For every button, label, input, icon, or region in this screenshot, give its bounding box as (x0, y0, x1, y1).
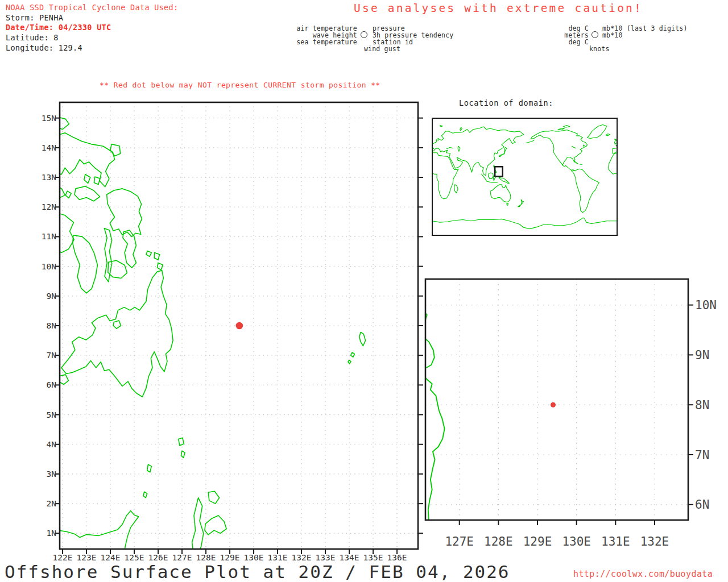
legend-station-id-label: station id (373, 39, 413, 45)
main-map-y-label: 7N (47, 351, 56, 360)
main-map-x-label: 132E (292, 553, 312, 562)
storm-position-warning: ** Red dot below may NOT represent CURRE… (100, 81, 380, 89)
main-map-coastlines (55, 117, 365, 554)
coastline-cuba (389, 161, 393, 164)
coastline-eurasia (243, 127, 339, 176)
coastline-svalbard (255, 126, 258, 127)
coastline-sibuyan (65, 191, 71, 198)
legend-wind-gust-label: wind gust (364, 45, 400, 52)
zoom-map-x-label: 131E (601, 535, 630, 548)
coastline-caspian (643, 146, 645, 151)
station-circle-icon (361, 31, 367, 38)
coastline-panay_clip (55, 213, 74, 253)
coastline-japan (499, 148, 507, 157)
coastline-northamerica (531, 130, 587, 165)
coastline-greenland (588, 124, 607, 138)
zoom-map-x-label: 127E (445, 535, 474, 548)
zoom-map-ticks (460, 305, 693, 525)
source-url-link[interactable]: http://coolwx.com/buoydata (573, 569, 713, 579)
coastline-palau_s1 (351, 352, 355, 357)
coastline-southamerica (572, 169, 599, 213)
zoom-map-y-label: 7N (695, 448, 709, 462)
coastline-tasmania (507, 203, 508, 206)
coastline-bicol (55, 133, 114, 187)
coastline-svalbard (440, 126, 443, 127)
main-map-y-label: 10N (42, 262, 56, 271)
zoom-map-tick-labels: 127E128E129E130E131E132E6N7N8N9N10N (445, 298, 717, 548)
coastline-madagascar (454, 185, 458, 193)
zoom-map-y-label: 6N (695, 498, 709, 512)
coastline-africa (609, 153, 643, 199)
coastline-aleutians (341, 140, 349, 143)
coastline-sangihe_s (143, 492, 147, 497)
coastline-eurasia (613, 127, 709, 176)
main-map-y-label: 1N (47, 529, 56, 538)
coastline-negros (73, 235, 98, 293)
main-map-x-label: 124E (101, 553, 121, 562)
units-pressure-tendency: mb*10 (602, 32, 623, 39)
coastline-newzealand (703, 199, 709, 207)
zoom-map-border (425, 279, 688, 520)
coastline-africa (424, 153, 458, 199)
world-map-title: Location of domain: (449, 98, 563, 107)
coastline-newzealand (333, 199, 339, 207)
coastline-northamerica (715, 130, 728, 165)
coastline-tasmania (322, 203, 324, 206)
main-map-x-label: 122E (53, 553, 73, 562)
coastline-philippines (679, 165, 681, 173)
storm-latitude-line: Latitude: 8 (6, 33, 59, 42)
coastline-sulawesi (678, 176, 681, 181)
coastline-burias (84, 174, 90, 184)
coastline-halmahera_w (192, 498, 204, 554)
coastline-ticao (94, 177, 100, 185)
main-map-y-label: 8N (47, 321, 56, 330)
coastline-newguinea (314, 177, 324, 183)
coastline-ellesmere (563, 126, 570, 127)
main-map-y-label: 13N (42, 173, 56, 182)
zoom-map-gridlines (425, 279, 688, 520)
coastline-greatlakes (387, 146, 391, 148)
coastline-aleutians (711, 140, 719, 143)
main-map-y-label: 5N (47, 410, 56, 419)
coastline-novaya (460, 127, 462, 131)
coastline-ellesmere (378, 126, 385, 127)
coastline-southamerica (387, 169, 415, 213)
coastline-iceland (421, 134, 425, 136)
coastline-uk (245, 139, 248, 144)
coastline-basilan (60, 375, 69, 384)
main-map-x-label: 127E (172, 553, 192, 562)
coastline-antarctica (617, 218, 728, 229)
caution-banner: Use analyses with extreme caution! (354, 2, 643, 15)
storm-dot-zoom-map (551, 402, 556, 408)
coastline-antarctica (432, 218, 617, 229)
storm-dot-main-map (236, 322, 243, 330)
coastline-palau (359, 332, 366, 346)
main-map-x-label: 134E (340, 553, 359, 562)
coastline-iceland (236, 134, 240, 136)
coastline-homonhon (146, 251, 151, 257)
coastline-halmahera_e (205, 516, 226, 535)
coastline-iceland (606, 134, 610, 136)
coastline-talaud_n (179, 438, 184, 446)
main-map-tick-labels: 122E123E124E125E126E127E128E129E130E131E… (42, 114, 407, 562)
coastline-sumatra_java (297, 174, 313, 182)
coastline-australia (305, 185, 326, 202)
coastline-talaud_s (181, 451, 185, 458)
coastline-blacksea (262, 148, 268, 149)
coastline-cuba (574, 161, 578, 164)
main-map-y-label: 9N (47, 292, 56, 301)
storm-name-line: Storm: PENHA (6, 13, 63, 22)
main-map-y-label: 15N (42, 114, 56, 123)
coastline-japan (314, 148, 322, 157)
coastline-coast_upper (423, 309, 427, 325)
main-map-x-label: 129E (220, 553, 240, 562)
coastline-camiguin (113, 321, 121, 329)
main-map-y-label: 4N (47, 440, 56, 449)
main-map-x-label: 126E (148, 553, 168, 562)
storm-data-source-line: NOAA SSD Tropical Cyclone Data Used: (6, 3, 178, 12)
coastline-madagascar (270, 185, 273, 193)
coastline-baffin (558, 128, 565, 130)
coastline-newzealand (518, 199, 524, 207)
coastline-centralamerica (377, 165, 390, 171)
coastline-catanduanes (110, 144, 121, 156)
